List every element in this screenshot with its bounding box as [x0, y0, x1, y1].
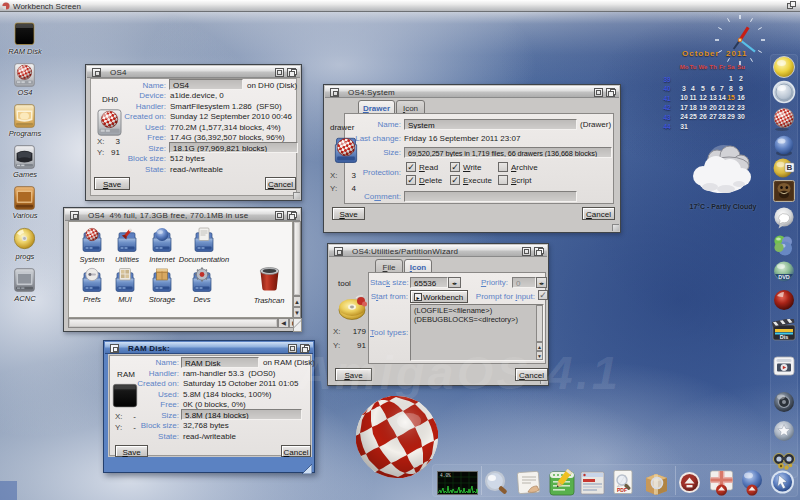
- svg-text:4.0%: 4.0%: [440, 473, 451, 478]
- svg-text:B: B: [787, 163, 793, 172]
- svg-text:DVD: DVD: [778, 274, 790, 280]
- svg-text:Dis: Dis: [780, 334, 789, 340]
- svg-text:PDF: PDF: [617, 487, 627, 493]
